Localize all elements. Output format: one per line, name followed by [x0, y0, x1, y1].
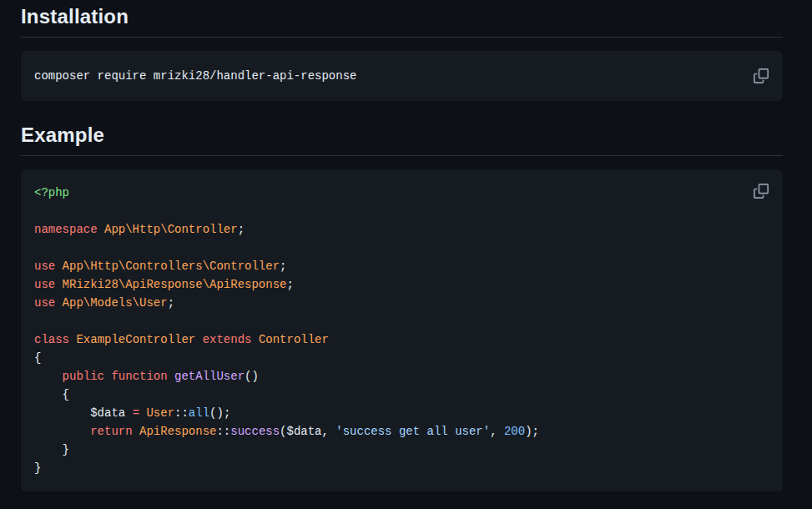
- code-line: namespace App\Http\Controller;: [34, 220, 769, 239]
- code-line: composer require mrizki28/handler-api-re…: [34, 67, 769, 85]
- copy-button[interactable]: [753, 68, 769, 84]
- copy-icon: [754, 184, 769, 199]
- code-content-example: <?phpnamespace App\Http\Controller;use A…: [21, 169, 783, 491]
- code-line: $data = User::all();: [34, 404, 769, 422]
- readme-content: Installation composer require mrizki28/h…: [21, 5, 783, 491]
- code-line: return ApiResponse::success($data, 'succ…: [34, 422, 769, 441]
- code-line: use App\Models\User;: [34, 294, 769, 312]
- section-heading-example: Example: [21, 123, 783, 156]
- code-line: use App\Http\Controllers\Controller;: [34, 257, 769, 275]
- code-line: [34, 239, 769, 257]
- code-line: <?php: [34, 184, 769, 202]
- code-line: {: [34, 349, 769, 367]
- example-section: Example <?phpnamespace App\Http\Controll…: [21, 123, 783, 491]
- code-line: }: [34, 441, 769, 459]
- code-line: }: [34, 459, 769, 477]
- section-heading-installation: Installation: [21, 5, 783, 38]
- copy-button[interactable]: [753, 183, 769, 199]
- code-block-example: <?phpnamespace App\Http\Controller;use A…: [21, 169, 783, 491]
- code-line: public function getAllUser(): [34, 367, 769, 386]
- code-line: [34, 312, 769, 330]
- code-content-installation: composer require mrizki28/handler-api-re…: [21, 51, 783, 101]
- code-line: {: [34, 386, 769, 404]
- code-line: [34, 202, 769, 220]
- code-block-installation: composer require mrizki28/handler-api-re…: [21, 51, 783, 101]
- installation-section: Installation composer require mrizki28/h…: [21, 5, 783, 101]
- code-line: class ExampleController extends Controll…: [34, 330, 769, 349]
- code-line: use MRizki28\ApiResponse\ApiResponse;: [34, 275, 769, 294]
- copy-icon: [754, 68, 769, 83]
